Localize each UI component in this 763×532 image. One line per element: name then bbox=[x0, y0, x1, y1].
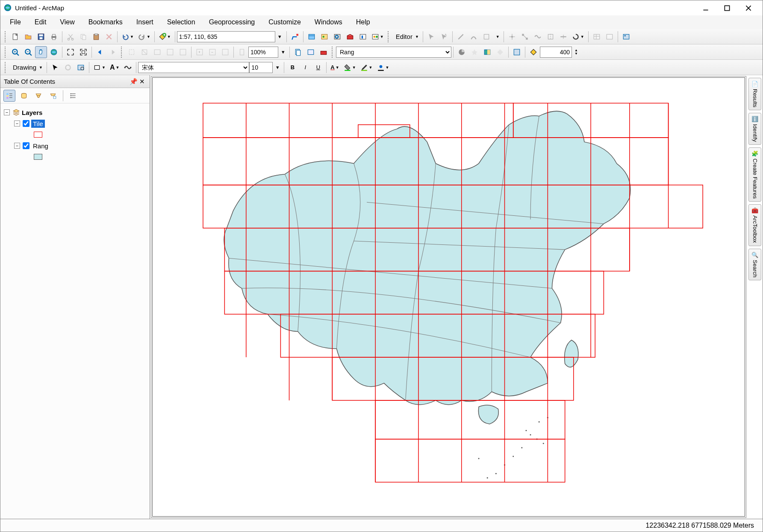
layer-rang-label[interactable]: Rang bbox=[31, 142, 50, 150]
new-button[interactable] bbox=[9, 31, 21, 43]
layout-button-1[interactable] bbox=[164, 46, 176, 58]
layout-zoom-out[interactable]: − bbox=[206, 46, 218, 58]
catalog-button[interactable] bbox=[318, 31, 330, 43]
map-canvas[interactable] bbox=[151, 76, 746, 517]
menu-view[interactable]: View bbox=[55, 17, 80, 28]
undo-button[interactable]: ▼ bbox=[119, 31, 136, 43]
open-button[interactable] bbox=[22, 31, 34, 43]
map-view[interactable] bbox=[151, 76, 746, 518]
menu-bookmarks[interactable]: Bookmarks bbox=[83, 17, 128, 28]
zoom-out-tool[interactable] bbox=[22, 46, 34, 58]
edit-annotation-tool[interactable]: A bbox=[438, 31, 450, 43]
scale-dropdown[interactable]: ▾ bbox=[276, 31, 284, 43]
pan-tool[interactable] bbox=[35, 46, 47, 58]
select-elements-tool[interactable] bbox=[49, 62, 61, 73]
layer-rang-swatch[interactable] bbox=[34, 154, 42, 160]
copy-button[interactable] bbox=[77, 31, 89, 43]
layer-tile-swatch[interactable] bbox=[34, 132, 42, 138]
fixed-zoom-out-button[interactable] bbox=[77, 46, 89, 58]
layers-root-label[interactable]: Layers bbox=[20, 109, 44, 117]
rotate-element-tool[interactable] bbox=[62, 62, 74, 73]
arctoolbox-button[interactable] bbox=[344, 31, 356, 43]
arc-segment-tool[interactable] bbox=[468, 31, 480, 43]
menu-file[interactable]: File bbox=[5, 17, 26, 28]
new-rectangle-tool[interactable]: ▼ bbox=[91, 62, 108, 73]
toc-options-button[interactable] bbox=[67, 90, 79, 102]
tree-collapse-icon[interactable]: − bbox=[14, 143, 20, 149]
layer-tile-label[interactable]: Tile bbox=[31, 120, 45, 128]
forward-extent-button[interactable] bbox=[107, 46, 119, 58]
edit-vertices-drawing[interactable] bbox=[122, 62, 134, 73]
close-button[interactable] bbox=[738, 2, 759, 15]
save-button[interactable] bbox=[35, 31, 47, 43]
underline-button[interactable]: U bbox=[312, 62, 324, 73]
menu-edit[interactable]: Edit bbox=[29, 17, 52, 28]
toolbar-grip[interactable] bbox=[5, 31, 7, 42]
editor-toolbar-button[interactable] bbox=[289, 31, 301, 43]
toolbar-grip[interactable] bbox=[332, 47, 334, 58]
map-scale-input[interactable] bbox=[177, 31, 275, 42]
layout-button-2[interactable] bbox=[177, 46, 189, 58]
maximize-button[interactable] bbox=[716, 2, 738, 15]
layout-pan[interactable] bbox=[219, 46, 231, 58]
buffer-wizard-button[interactable] bbox=[527, 46, 539, 58]
list-by-drawing-order-button[interactable] bbox=[3, 90, 15, 102]
layer-rang-checkbox[interactable] bbox=[23, 142, 29, 149]
create-features-button[interactable] bbox=[620, 31, 632, 43]
attributes-button[interactable] bbox=[591, 31, 603, 43]
italic-button[interactable]: I bbox=[299, 62, 311, 73]
line-color-button[interactable]: ▼ bbox=[358, 62, 375, 73]
back-extent-button[interactable] bbox=[94, 46, 106, 58]
editor-menu[interactable]: Editor▼ bbox=[392, 31, 421, 43]
menu-geoprocessing[interactable]: Geoprocessing bbox=[204, 17, 260, 28]
point-tool[interactable] bbox=[506, 31, 518, 43]
results-tab[interactable]: 📄Results bbox=[748, 78, 761, 110]
print-button[interactable] bbox=[48, 31, 60, 43]
clear-selection-button[interactable] bbox=[138, 46, 150, 58]
buffer-distance-input[interactable] bbox=[540, 47, 572, 58]
menu-windows[interactable]: Windows bbox=[309, 17, 348, 28]
menu-selection[interactable]: Selection bbox=[162, 17, 200, 28]
data-driven-pages-button[interactable] bbox=[292, 46, 304, 58]
delete-button[interactable] bbox=[103, 31, 115, 43]
toolbar-grip[interactable] bbox=[5, 62, 7, 73]
bold-button[interactable]: B bbox=[286, 62, 298, 73]
arctoolbox-tab[interactable]: 🧰ArcToolbox bbox=[748, 204, 761, 246]
toolbar-grip[interactable] bbox=[388, 31, 390, 42]
python-window-button[interactable]: ▮ bbox=[357, 31, 369, 43]
redo-button[interactable]: ▼ bbox=[136, 31, 153, 43]
menu-customize[interactable]: Customize bbox=[263, 17, 306, 28]
zoom-to-selected-elements[interactable] bbox=[75, 62, 87, 73]
flicker-button[interactable] bbox=[494, 46, 506, 58]
menu-help[interactable]: Help bbox=[351, 17, 375, 28]
toolbar-grip[interactable] bbox=[121, 47, 124, 58]
buffer-stepper[interactable]: ▲▼ bbox=[572, 46, 580, 58]
layout-zoom-pct[interactable] bbox=[248, 47, 278, 58]
font-select[interactable]: 宋体 bbox=[138, 62, 249, 73]
list-by-source-button[interactable] bbox=[18, 90, 30, 102]
target-layer-select[interactable]: Rang bbox=[336, 47, 451, 58]
select-features-tool[interactable] bbox=[126, 46, 138, 58]
font-color-button[interactable]: A▼ bbox=[328, 62, 341, 73]
add-data-button[interactable]: ▼ bbox=[156, 31, 173, 43]
cut-polygons-tool[interactable] bbox=[545, 31, 557, 43]
toc-pin-icon[interactable]: 📌 bbox=[129, 78, 138, 85]
menu-insert[interactable]: Insert bbox=[131, 17, 159, 28]
focus-data-frame-button[interactable] bbox=[318, 46, 330, 58]
layout-whole-page[interactable] bbox=[236, 46, 248, 58]
identify-tab[interactable]: ℹ️Identify bbox=[748, 113, 761, 145]
rotate-tool[interactable]: ▼ bbox=[570, 31, 586, 43]
font-size-dropdown[interactable]: ▾ bbox=[273, 62, 282, 73]
toggle-draft-mode-button[interactable] bbox=[305, 46, 317, 58]
new-text-tool[interactable]: A▼ bbox=[108, 62, 121, 73]
marker-color-button[interactable]: ▼ bbox=[375, 62, 392, 73]
search-window-button[interactable] bbox=[331, 31, 343, 43]
modelbuilder-button[interactable]: ▼ bbox=[369, 31, 386, 43]
search-tab[interactable]: 🔍Search bbox=[748, 249, 761, 280]
adjust-transparency-button[interactable] bbox=[511, 46, 523, 58]
drawing-menu[interactable]: Drawing▼ bbox=[9, 62, 45, 73]
fixed-zoom-in-button[interactable] bbox=[65, 46, 77, 58]
source-color-button[interactable] bbox=[456, 46, 468, 58]
cut-button[interactable] bbox=[65, 31, 77, 43]
list-by-visibility-button[interactable] bbox=[32, 90, 44, 102]
